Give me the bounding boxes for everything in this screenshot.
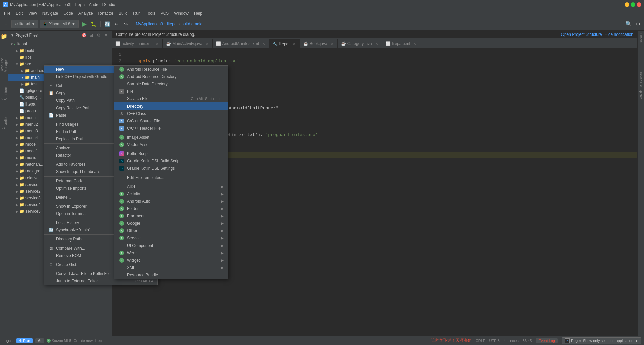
tab-category-java[interactable]: ☕ Category.java ✕ (338, 39, 382, 48)
menu-run[interactable]: Run (130, 10, 143, 16)
close-tab-category[interactable]: ✕ (375, 42, 379, 46)
menu-edit[interactable]: Edit (13, 10, 25, 16)
menu-build[interactable]: Build (116, 10, 130, 16)
device-dropdown[interactable]: 📱 Xiaomi MI 8 ▼ (40, 20, 78, 28)
submenu-activity[interactable]: A Activity ▶ (114, 190, 228, 198)
create-dir-status: Create new direc... (74, 339, 105, 343)
menu-tools[interactable]: Tools (143, 10, 158, 16)
project-tab-icon[interactable]: 📁 (0, 32, 8, 40)
submenu-sample-data-dir[interactable]: Sample Data Directory (114, 80, 228, 88)
submenu-scratch-file[interactable]: Scratch File Ctrl+Alt+Shift+Insert (114, 95, 228, 102)
redo-button[interactable]: ↪ (122, 20, 130, 28)
close-tab-book[interactable]: ✕ (330, 42, 334, 46)
submenu-image-asset[interactable]: A Image Asset (114, 134, 228, 141)
submenu-android-auto[interactable]: A Android Auto ▶ (114, 198, 228, 205)
event-log-button[interactable]: Event Log (536, 338, 558, 343)
submenu-cpp-class[interactable]: S C++ Class (114, 110, 228, 117)
submenu-file[interactable]: F File (114, 88, 228, 95)
submenu-other[interactable]: A Other ▶ (114, 227, 228, 234)
close-tab-mainactivity[interactable]: ✕ (205, 42, 209, 46)
left-side-tabs: 📁 Resource Manager 2: Structure 2: Favor… (0, 31, 8, 336)
breadcrumb-module[interactable]: litepal (167, 22, 177, 26)
tab-androidmanifest-xml[interactable]: ⬜ AndroidManifest.xml ✕ (213, 39, 269, 48)
close-tab-activity-main[interactable]: ✕ (155, 42, 159, 46)
search-button[interactable]: 🔍 (625, 20, 633, 28)
crlf-status[interactable]: CRLF (476, 339, 485, 343)
menu-analyze[interactable]: Analyze (76, 10, 96, 16)
run-button[interactable]: ▶ (80, 20, 88, 28)
structure-icon[interactable]: 2: Structure (0, 90, 8, 98)
favorites-icon[interactable]: 2: Favorites (0, 119, 8, 127)
spaces-status[interactable]: 4 spaces (504, 339, 519, 343)
tree-item-libs[interactable]: 📁 libs (8, 54, 112, 61)
menu-navigate[interactable]: Navigate (40, 10, 61, 16)
submenu-wear[interactable]: A Wear ▶ (114, 249, 228, 257)
submenu-widget[interactable]: A Widget ▶ (114, 257, 228, 264)
hide-panel-icon[interactable]: ✕ (103, 32, 109, 38)
regex-checkbox[interactable] (565, 338, 570, 343)
resource-manager-icon[interactable]: Resource Manager (0, 61, 8, 69)
debug-button[interactable]: 🐛 (90, 20, 98, 28)
status-right: 谁的笑飞过了天涯海角 CRLF UTF-8 4 spaces 36:45 Eve… (431, 337, 641, 344)
close-tab-litepal-xml[interactable]: ✕ (413, 42, 417, 46)
service-icon: A (118, 236, 125, 240)
breadcrumb-project[interactable]: MyApplication3 (136, 22, 163, 26)
gradle-tab[interactable]: Gradle (639, 32, 643, 44)
submenu-gradle-kotlin-build[interactable]: G Gradle Kotlin DSL Build Script (114, 157, 228, 165)
tree-item-build[interactable]: ▶ 📁 build (8, 47, 112, 54)
submenu-google[interactable]: A Google ▶ (114, 220, 228, 227)
sync-button[interactable]: 🔄 (103, 20, 111, 28)
open-project-structure-link[interactable]: Open Project Structure (561, 32, 602, 37)
build-status[interactable]: 6: (35, 338, 44, 343)
submenu-edit-file-templates[interactable]: Edit File Templates... (114, 174, 228, 181)
menu-vcs[interactable]: VCS (158, 10, 172, 16)
menu-code[interactable]: Code (61, 10, 76, 16)
show-selected-app-button[interactable]: Regex Show only selected application ▼ (562, 337, 641, 344)
maximize-button[interactable] (631, 2, 635, 7)
submenu-xml[interactable]: XML ▶ (114, 264, 228, 271)
submenu-gradle-kotlin-settings[interactable]: G Gradle Kotlin DSL Settings (114, 165, 228, 172)
encoding-status[interactable]: UTF-8 (489, 339, 500, 343)
close-tab-androidmanifest[interactable]: ✕ (262, 42, 266, 46)
device-file-explorer-tab[interactable]: Device File Explorer (639, 71, 643, 100)
submenu-kotlin-script[interactable]: K Kotlin Script (114, 150, 228, 157)
locate-icon[interactable]: 🎯 (81, 32, 87, 38)
menu-refactor[interactable]: Refactor (96, 10, 116, 16)
settings-icon[interactable]: ⚙ (634, 20, 642, 28)
submenu-android-resource-dir[interactable]: A Android Resource Directory (114, 73, 228, 80)
config-dropdown[interactable]: ⚙ litepal ▼ (11, 20, 38, 28)
submenu-fragment[interactable]: A Fragment ▶ (114, 212, 228, 220)
collapse-all-icon[interactable]: ⊟ (88, 32, 94, 38)
menu-window[interactable]: Window (171, 10, 191, 16)
tree-item-litepal[interactable]: ▼ ▪ litepal (8, 41, 112, 47)
settings-panel-icon[interactable]: ⚙ (96, 32, 102, 38)
breadcrumb-file[interactable]: build.gradle (181, 22, 202, 26)
tab-book-java[interactable]: ☕ Book.java ✕ (300, 39, 338, 48)
submenu-cpp-header[interactable]: H C/C++ Header File (114, 125, 228, 132)
menu-view[interactable]: View (25, 10, 40, 16)
submenu-ui-component[interactable]: UI Component ▶ (114, 242, 228, 249)
tab-litepal-xml[interactable]: ⬜ litepal.xml ✕ (382, 39, 420, 48)
menu-file[interactable]: File (1, 10, 13, 16)
menu-help[interactable]: Help (191, 10, 205, 16)
minimize-button[interactable] (625, 2, 629, 7)
back-icon[interactable]: ← (2, 20, 10, 28)
tab-litepal[interactable]: 🔧 litepal ✕ (269, 39, 300, 48)
submenu-directory[interactable]: Directory (114, 102, 228, 110)
title-text: My Application [F:\MyApplication3] - lit… (10, 2, 625, 7)
undo-button[interactable]: ↩ (113, 20, 121, 28)
close-tab-litepal[interactable]: ✕ (292, 42, 296, 46)
submenu-aidl[interactable]: AIDL ▶ (114, 183, 228, 190)
submenu-service[interactable]: A Service ▶ (114, 234, 228, 242)
submenu-resource-bundle[interactable]: Resource Bundle (114, 271, 228, 279)
submenu-android-resource-file[interactable]: A Android Resource File (114, 66, 228, 73)
submenu-cpp-source[interactable]: C C/C++ Source File (114, 117, 228, 125)
project-panel-header: ▼ Project Files 🎯 ⊟ ⚙ ✕ (8, 31, 112, 40)
hide-notification-link[interactable]: Hide notification (605, 32, 633, 37)
tab-activity-main-xml[interactable]: ⬜ activity_main.xml ✕ (112, 39, 163, 48)
submenu-vector-asset[interactable]: A Vector Asset (114, 141, 228, 148)
run-status[interactable]: 4: Run (16, 338, 33, 343)
close-button[interactable] (637, 2, 641, 7)
tab-mainactivity-java[interactable]: ☕ MainActivity.java ✕ (163, 39, 212, 48)
submenu-folder[interactable]: A Folder ▶ (114, 205, 228, 212)
